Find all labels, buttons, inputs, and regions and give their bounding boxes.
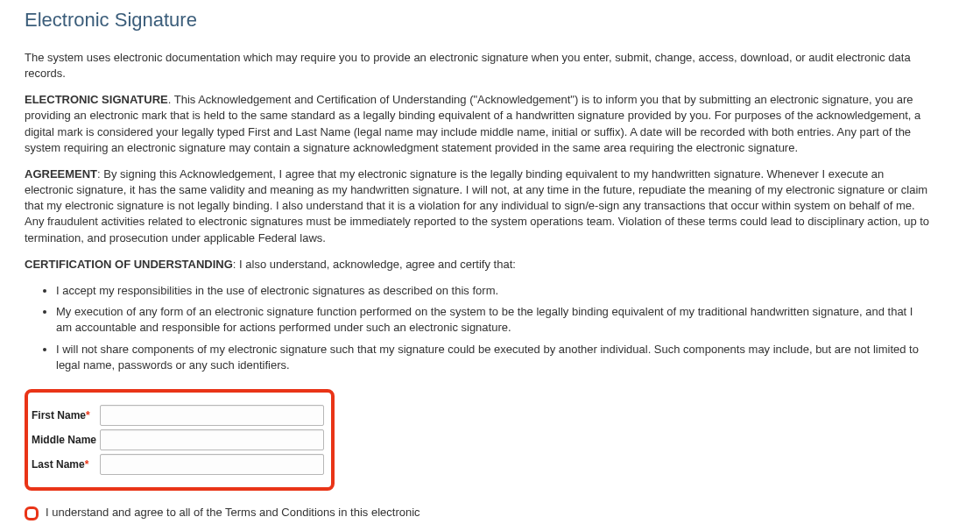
certification-label: CERTIFICATION OF UNDERSTANDING (25, 258, 233, 271)
page-title: Electronic Signature (25, 7, 930, 34)
intro-paragraph: The system uses electronic documentation… (25, 50, 930, 81)
middle-name-label: Middle Name (32, 433, 100, 448)
agreement-label: AGREEMENT (25, 167, 97, 181)
first-name-label: First Name* (32, 408, 100, 423)
electronic-signature-paragraph: ELECTRONIC SIGNATURE. This Acknowledgeme… (25, 92, 930, 156)
last-name-label: Last Name* (32, 457, 100, 472)
required-mark: * (86, 409, 90, 421)
list-item: I will not share components of my electr… (56, 342, 930, 373)
name-fields-highlight: First Name* Middle Name Last Name* (25, 389, 335, 491)
middle-name-input[interactable] (100, 429, 324, 450)
list-item: My execution of any form of an electroni… (56, 304, 930, 336)
agree-text: I understand and agree to all of the Ter… (46, 505, 492, 524)
required-mark: * (85, 458, 89, 471)
first-name-input[interactable] (100, 405, 324, 426)
certification-body: : I also understand, acknowledge, agree … (233, 258, 516, 271)
agreement-paragraph: AGREEMENT: By signing this Acknowledgeme… (25, 166, 930, 246)
list-item: I accept my responsibilities in the use … (56, 283, 930, 299)
agree-checkbox[interactable] (25, 506, 39, 520)
electronic-signature-label: ELECTRONIC SIGNATURE (25, 93, 168, 106)
agreement-body: : By signing this Acknowledgement, I agr… (25, 167, 929, 244)
certification-bullets: I accept my responsibilities in the use … (25, 283, 930, 373)
last-name-input[interactable] (100, 454, 324, 475)
certification-paragraph: CERTIFICATION OF UNDERSTANDING: I also u… (25, 257, 930, 273)
